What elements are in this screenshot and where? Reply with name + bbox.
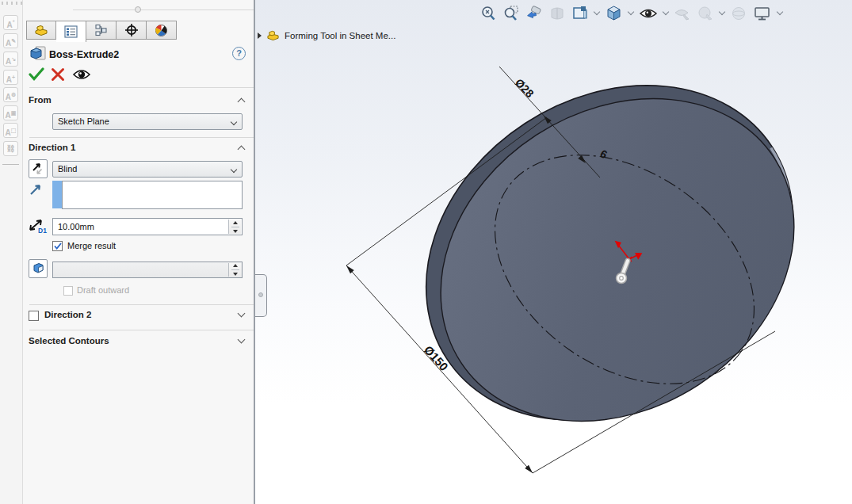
cancel-button[interactable] — [51, 67, 65, 82]
part-icon — [34, 24, 48, 36]
reverse-direction-icon — [31, 162, 45, 176]
draft-icon — [31, 262, 45, 275]
spin-up-icon[interactable] — [233, 221, 238, 224]
separator — [29, 87, 266, 88]
leader-note-icon[interactable]: A↘ — [3, 52, 18, 67]
solidworks-window: A° A✎ A↘ A+ A⚙ A▣ A⬚ ⛓ — [0, 0, 852, 504]
manager-tab-strip — [26, 21, 177, 40]
panel-top-divider — [73, 10, 270, 10]
expand-selected-contours-chevron[interactable] — [238, 336, 246, 344]
svg-text:D1: D1 — [38, 227, 47, 235]
from-dropdown-value: Sketch Plane — [58, 116, 109, 126]
link-icon[interactable]: ⛓ — [3, 141, 18, 156]
draft-outward-checkbox — [63, 286, 73, 296]
note-icon[interactable]: A° — [3, 15, 18, 30]
depth-input[interactable]: 10.00mm — [52, 218, 243, 235]
direction1-section-label: Direction 1 — [29, 143, 75, 152]
draft-spinner — [228, 263, 241, 277]
add-note-icon[interactable]: A+ — [3, 70, 18, 85]
reverse-direction-button[interactable] — [29, 159, 48, 178]
hole-diameter-text[interactable]: Ø28 — [513, 76, 537, 100]
annotation-toolbar: A° A✎ A↘ A+ A⚙ A▣ A⬚ ⛓ — [0, 0, 23, 504]
boss-extrude-icon — [29, 45, 47, 62]
panel-flyout-handle-dot — [258, 292, 263, 297]
tab-configurationmanager[interactable] — [86, 21, 117, 40]
property-manager-panel: Boss-Extrude2 ? From Sketch Plane Direct… — [23, 0, 254, 504]
depth-spinner[interactable] — [228, 220, 241, 234]
collapse-direction1-chevron[interactable] — [238, 146, 246, 154]
feature-title: Boss-Extrude2 — [49, 49, 119, 60]
tab-propertymanager[interactable] — [56, 21, 86, 42]
direction-reference-icon — [29, 182, 44, 196]
beachball-icon — [155, 24, 168, 37]
target-icon — [124, 23, 139, 37]
property-list-icon — [64, 25, 78, 38]
separator — [29, 137, 266, 138]
from-section-label: From — [29, 95, 52, 105]
end-condition-dropdown[interactable]: Blind — [52, 161, 243, 178]
separator — [29, 330, 266, 330]
toolbar-separator — [2, 164, 19, 165]
help-icon[interactable]: ? — [232, 47, 246, 60]
depth-icon: D1 — [25, 217, 49, 235]
direction2-section-label: Direction 2 — [44, 310, 91, 319]
configurations-icon — [94, 24, 108, 36]
draft-outward-label: Draft outward — [77, 285, 129, 295]
tab-displaymanager[interactable] — [147, 21, 177, 40]
tab-featuremanager[interactable] — [26, 21, 56, 40]
tab-dimxpert[interactable] — [117, 21, 147, 40]
direction-reference-listbox[interactable] — [62, 181, 243, 209]
check-icon — [54, 242, 62, 250]
merge-result-checkbox[interactable] — [52, 241, 63, 251]
ok-button[interactable] — [29, 67, 44, 82]
graphics-viewport[interactable]: Forming Tool in Sheet Me... — [255, 0, 852, 504]
panel-collapse-handle[interactable] — [135, 6, 141, 13]
separator — [29, 304, 266, 305]
preview-eye-button[interactable] — [72, 68, 91, 81]
depth-value: 10.00mm — [58, 222, 94, 231]
plate-body[interactable] — [362, 17, 852, 488]
end-condition-value: Blind — [58, 164, 77, 174]
chevron-down-icon — [231, 119, 237, 125]
draft-angle-input — [52, 262, 243, 278]
pattern-note-icon[interactable]: A⬚ — [3, 123, 18, 138]
spin-down-icon[interactable] — [233, 230, 238, 233]
direction2-checkbox[interactable] — [29, 311, 39, 321]
save-note-icon[interactable]: A▣ — [3, 105, 18, 120]
model-canvas[interactable]: Ø28 6 Ø150 — [255, 0, 852, 504]
from-dropdown[interactable]: Sketch Plane — [52, 113, 243, 130]
draft-button[interactable] — [29, 259, 48, 278]
expand-direction2-chevron[interactable] — [238, 310, 246, 318]
selected-contours-label: Selected Contours — [29, 336, 109, 346]
chevron-down-icon — [231, 166, 237, 173]
note-options-icon[interactable]: A⚙ — [3, 87, 18, 102]
edit-note-icon[interactable]: A✎ — [3, 33, 18, 48]
selection-active-bar — [52, 181, 62, 208]
collapse-from-chevron[interactable] — [238, 98, 246, 106]
merge-result-label: Merge result — [67, 241, 116, 250]
